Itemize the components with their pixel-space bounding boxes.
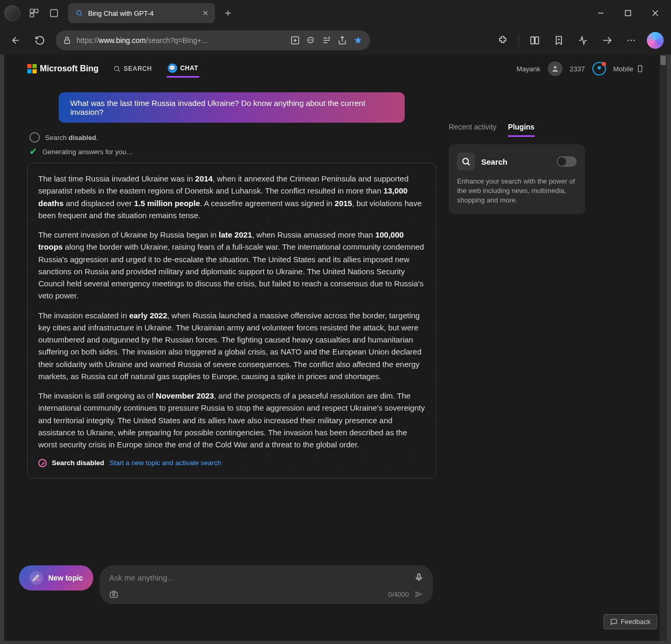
plugin-name: Search [481, 157, 550, 166]
svg-rect-9 [531, 37, 535, 44]
bing-logo-text: Microsoft Bing [40, 64, 99, 73]
svg-rect-10 [535, 37, 539, 44]
disabled-icon [29, 132, 40, 143]
user-avatar[interactable] [548, 61, 562, 76]
rewards-icon[interactable] [592, 62, 606, 76]
chat-tab[interactable]: 💬 CHAT [167, 60, 199, 78]
svg-rect-16 [638, 66, 642, 72]
close-tab-button[interactable]: ✕ [202, 9, 209, 17]
more-menu-icon[interactable] [623, 32, 640, 49]
bing-logo[interactable]: Microsoft Bing [27, 64, 99, 73]
check-icon: ✔ [29, 146, 37, 157]
svg-point-12 [631, 40, 632, 41]
chat-input-box[interactable]: Ask me anything… 0/4000 [100, 565, 433, 604]
image-search-icon[interactable] [109, 589, 118, 599]
answer-footer: Search disabled Start a new topic and ac… [38, 458, 425, 468]
send-button[interactable] [414, 589, 424, 599]
feedback-icon [610, 618, 618, 626]
search-disabled-status: Search disabled. [29, 132, 434, 143]
rewards-points[interactable]: 2337 [570, 65, 585, 73]
reader-icon[interactable] [322, 36, 331, 45]
generating-status: ✔ Generating answers for you… [29, 146, 434, 157]
share-icon[interactable] [338, 36, 347, 45]
feedback-button[interactable]: Feedback [603, 614, 657, 629]
extensions-icon[interactable] [494, 32, 511, 49]
microphone-icon[interactable] [414, 573, 424, 582]
lock-icon [63, 36, 71, 45]
user-query-bubble: What was the last time Russia invaded Uk… [59, 92, 405, 123]
svg-rect-0 [30, 9, 34, 13]
svg-point-11 [627, 40, 629, 41]
tab-title: Bing Chat with GPT-4 [88, 9, 198, 17]
app-available-icon[interactable] [290, 36, 300, 45]
bing-tab-icon [74, 8, 84, 18]
bing-header: Microsoft Bing SEARCH 💬 CHAT Mayank 2337… [13, 55, 658, 83]
toolbar-divider [518, 34, 519, 47]
mobile-link[interactable]: Mobile [613, 63, 644, 74]
svg-point-18 [37, 579, 39, 581]
collections-icon[interactable] [550, 32, 567, 49]
close-window-button[interactable] [644, 3, 667, 23]
zoom-icon[interactable] [306, 36, 316, 45]
disabled-pink-icon [38, 459, 47, 467]
search-disabled-label: Search disabled [52, 458, 104, 468]
new-topic-button[interactable]: New topic [19, 565, 93, 591]
forward-share-icon[interactable] [599, 32, 615, 49]
browser-toolbar: https://www.bing.com/search?q=Bing+... [0, 26, 671, 55]
scrollbar[interactable] [659, 55, 667, 641]
svg-point-13 [634, 40, 635, 41]
new-topic-icon [29, 571, 43, 585]
svg-rect-5 [625, 10, 631, 16]
svg-rect-1 [35, 9, 38, 13]
page-content: Microsoft Bing SEARCH 💬 CHAT Mayank 2337… [0, 55, 671, 641]
url-text: https://www.bing.com/search?q=Bing+... [77, 36, 285, 45]
tab-actions-icon[interactable] [44, 3, 64, 23]
search-plugin-icon [457, 153, 475, 170]
user-name[interactable]: Mayank [516, 65, 540, 73]
refresh-button[interactable] [31, 32, 48, 49]
favorite-icon[interactable] [353, 36, 363, 45]
profile-avatar[interactable] [4, 5, 20, 21]
char-counter: 0/4000 [388, 591, 409, 598]
svg-rect-20 [110, 592, 117, 597]
copilot-icon[interactable] [647, 32, 664, 49]
performance-icon[interactable] [575, 32, 591, 49]
svg-point-21 [113, 594, 115, 596]
svg-point-15 [554, 66, 556, 69]
minimize-button[interactable] [589, 3, 612, 23]
svg-point-17 [463, 158, 469, 164]
search-icon [113, 65, 121, 72]
split-screen-icon[interactable] [526, 32, 543, 49]
phone-icon [636, 63, 644, 74]
svg-rect-3 [50, 9, 57, 16]
tab-plugins[interactable]: Plugins [508, 123, 535, 137]
window-titlebar: Bing Chat with GPT-4 ✕ [0, 0, 671, 26]
svg-rect-6 [64, 40, 69, 44]
workspaces-icon[interactable] [24, 3, 44, 23]
new-tab-button[interactable] [218, 3, 238, 23]
plugin-card-search: Search Enhance your search with the powe… [449, 144, 585, 214]
svg-point-4 [77, 10, 81, 15]
address-bar[interactable]: https://www.bing.com/search?q=Bing+... [56, 30, 370, 50]
start-new-topic-link[interactable]: Start a new topic and activate search [110, 458, 221, 468]
microsoft-logo-icon [27, 64, 37, 73]
plugin-description: Enhance your search with the power of th… [457, 177, 577, 206]
svg-point-14 [114, 66, 118, 70]
tab-recent-activity[interactable]: Recent activity [449, 123, 496, 137]
svg-rect-19 [418, 574, 420, 578]
plugin-toggle[interactable] [557, 156, 577, 167]
search-tab[interactable]: SEARCH [112, 62, 153, 76]
bottom-chrome-strip [0, 641, 671, 644]
back-button[interactable] [7, 32, 24, 49]
answer-card: The last time Russia invaded Ukraine was… [27, 163, 436, 478]
browser-tab[interactable]: Bing Chat with GPT-4 ✕ [68, 3, 215, 23]
svg-rect-2 [30, 14, 34, 17]
chat-input-placeholder: Ask me anything… [109, 573, 414, 582]
maximize-button[interactable] [616, 3, 640, 23]
chat-icon: 💬 [168, 63, 177, 73]
